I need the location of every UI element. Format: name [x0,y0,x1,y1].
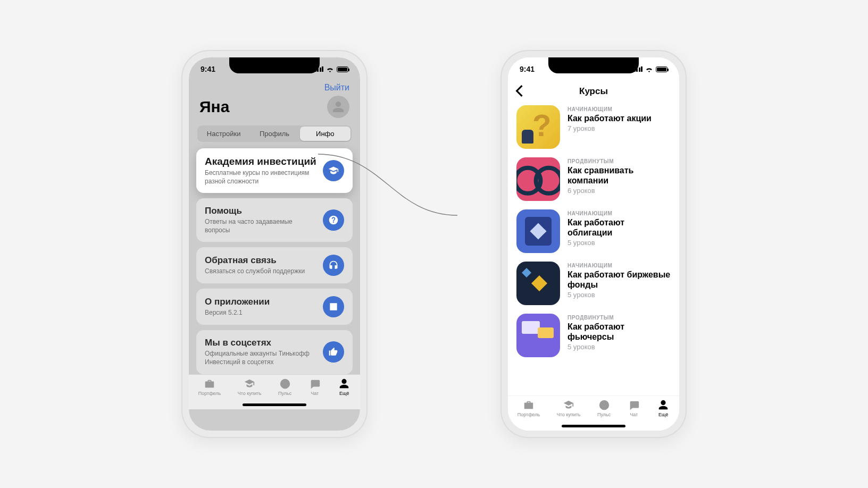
thumbs-up-icon [323,341,344,363]
course-title: Как работают биржевые фонды [567,270,671,290]
card-feedback-sub: Связаться со службой поддержки [205,267,316,276]
course-thumb [516,314,560,357]
wifi-icon [645,66,653,72]
course-meta: 5 уроков [567,239,671,247]
course-tag: НАЧИНАЮЩИМ [567,106,671,112]
screen-more: 9:41 Выйти Яна [189,57,360,431]
cap-coin-icon [562,399,575,411]
course-item[interactable]: ПРОДВИНУТЫМ Как работают фьючерсы 5 урок… [516,314,671,357]
card-feedback[interactable]: Обратная связь Связаться со службой подд… [196,247,353,283]
tabbar: Портфель Что купить Пульс Чат [508,396,679,431]
headset-icon [323,255,344,276]
course-thumb [516,209,560,253]
avatar[interactable] [327,96,349,118]
tab-more[interactable]: Ещё [338,378,350,409]
connector-line [0,0,868,488]
course-thumb [516,157,560,201]
course-thumb [516,105,560,149]
chat-icon [628,399,640,411]
course-tag: НАЧИНАЮЩИМ [567,211,671,216]
segmented-control[interactable]: Настройки Профиль Инфо [197,125,352,142]
home-indicator [243,403,306,406]
card-help-title: Помощь [205,206,316,216]
course-item[interactable]: НАЧИНАЮЩИМ Как работают облигации 5 урок… [516,209,671,253]
wifi-icon [326,66,334,72]
back-button[interactable] [515,85,523,99]
course-meta: 5 уроков [567,291,671,299]
pulse-icon [279,378,291,390]
course-meta: 6 уроков [567,187,671,195]
tab-portfolio-label: Портфель [518,412,540,417]
card-social-sub: Официальные аккаунты Тинькофф Инвестиций… [205,350,316,366]
tab-buy-label: Что купить [238,391,262,396]
stage: 9:41 Выйти Яна [0,0,868,488]
course-title: Как работают облигации [567,217,671,238]
tab-profile[interactable]: Профиль [249,127,299,141]
tab-chat[interactable]: Чат [628,399,640,431]
status-time: 9:41 [520,65,535,73]
briefcase-icon [203,378,216,390]
screen-courses: 9:41 Курсы [508,57,679,431]
tab-pulse-label: Пульс [597,412,611,417]
course-item[interactable]: НАЧИНАЮЩИМ Как работают биржевые фонды 5… [516,262,671,305]
page-title: Курсы [579,86,608,97]
course-item[interactable]: ПРОДВИНУТЫМ Как сравнивать компании 6 ур… [516,157,671,201]
phone-left: 9:41 Выйти Яна [181,50,368,438]
person-icon [657,399,670,411]
chat-icon [308,378,321,390]
tab-chat-label: Чат [311,391,319,396]
card-academy-title: Академия инвестиций [205,156,316,167]
tab-chat[interactable]: Чат [308,378,321,409]
course-tag: ПРОДВИНУТЫМ [567,315,671,321]
course-title: Как работают фьючерсы [567,322,671,342]
card-help[interactable]: Помощь Ответы на часто задаваемые вопрос… [196,198,353,242]
tab-chat-label: Чат [630,412,638,417]
course-title: Как работают акции [567,113,671,123]
card-academy-sub: Бесплатные курсы по инвестициям разной с… [205,169,316,186]
phone-notch [548,57,639,73]
status-icons [315,66,349,72]
pulse-icon [598,399,611,411]
chevron-left-icon [515,85,523,97]
status-time: 9:41 [201,65,215,73]
tab-pulse-label: Пульс [278,391,291,396]
battery-icon [337,66,348,72]
user-icon [332,100,345,113]
logout-link[interactable]: Выйти [324,83,349,92]
course-thumb [516,262,560,305]
course-list[interactable]: НАЧИНАЮЩИМ Как работают акции 7 уроков П… [508,102,679,396]
phone-right: 9:41 Курсы [500,50,687,438]
person-icon [338,378,350,390]
tab-info[interactable]: Инфо [300,127,350,141]
card-feedback-title: Обратная связь [205,255,316,266]
battery-icon [656,66,667,72]
card-about-title: О приложении [205,297,316,307]
tabbar: Портфель Что купить Пульс Чат [189,374,360,409]
graduation-icon [323,160,344,181]
card-academy[interactable]: Академия инвестиций Бесплатные курсы по … [196,148,353,193]
card-about[interactable]: О приложении Версия 5.2.1 [196,289,353,325]
briefcase-icon [522,399,535,411]
course-tag: НАЧИНАЮЩИМ [567,263,671,268]
status-icons [634,66,668,72]
tab-settings[interactable]: Настройки [198,127,249,141]
course-meta: 5 уроков [567,343,671,351]
card-social[interactable]: Мы в соцсетях Официальные аккаунты Тиньк… [196,330,353,374]
home-indicator [562,425,625,427]
tab-more[interactable]: Ещё [657,399,670,431]
course-tag: ПРОДВИНУТЫМ [567,158,671,164]
profile-name: Яна [199,98,229,116]
course-item[interactable]: НАЧИНАЮЩИМ Как работают акции 7 уроков [516,105,671,149]
card-social-title: Мы в соцсетях [205,338,316,348]
card-about-sub: Версия 5.2.1 [205,309,316,317]
tab-more-label: Ещё [658,412,668,417]
tab-more-label: Ещё [339,391,349,396]
tab-portfolio[interactable]: Портфель [518,399,540,431]
phone-notch [229,57,320,73]
tab-buy-label: Что купить [557,412,581,417]
tab-portfolio[interactable]: Портфель [198,378,221,409]
info-icon [323,296,344,317]
tab-portfolio-label: Портфель [198,391,221,396]
course-title: Как сравнивать компании [567,165,671,186]
course-meta: 7 уроков [567,124,671,132]
